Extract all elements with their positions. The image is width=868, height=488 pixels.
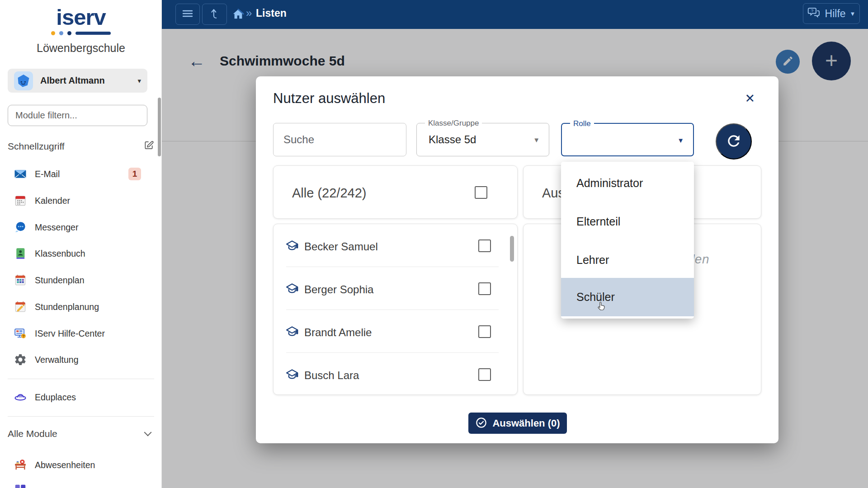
- gear-icon: [14, 353, 27, 366]
- all-users-count: Alle (22/242): [292, 186, 366, 201]
- timetable-icon: [14, 273, 27, 287]
- sidebar-scrollbar[interactable]: [158, 98, 161, 156]
- logo-decoration: [0, 31, 162, 35]
- quick-access-label: Schnellzugriff: [8, 141, 65, 152]
- student-checkbox[interactable]: [478, 282, 491, 295]
- hamburger-icon: [181, 9, 194, 20]
- role-option-schueler[interactable]: Schüler: [561, 278, 694, 316]
- arrow-up-icon: [209, 7, 221, 22]
- sidebar-item-klassenbuch[interactable]: Klassenbuch: [0, 243, 162, 264]
- sidebar-item-stundenplan[interactable]: Stundenplan: [0, 269, 162, 291]
- role-label: Rolle: [570, 119, 594, 128]
- graduation-cap-icon: [285, 239, 299, 254]
- breadcrumb[interactable]: Listen: [256, 7, 287, 19]
- all-users-list: Becker Samuel Berger Sophia Brandt Ameli…: [273, 224, 518, 395]
- school-name: Löwenbergschule: [0, 42, 162, 55]
- svg-text:?: ?: [811, 8, 813, 13]
- iserv-logo[interactable]: iserv Löwenbergschule: [0, 6, 162, 55]
- svg-text:?: ?: [22, 334, 24, 338]
- eduplaces-icon: [14, 390, 27, 404]
- select-users-dialog: Nutzer auswählen ✕ Klasse/Gruppe Klasse …: [256, 76, 778, 443]
- module-grid-icon: [14, 483, 27, 488]
- search-input[interactable]: [273, 123, 406, 156]
- list-item[interactable]: Busch Lara: [274, 353, 517, 395]
- refresh-button[interactable]: [716, 123, 752, 160]
- dialog-title: Nutzer auswählen: [273, 90, 385, 107]
- user-menu[interactable]: Albert Altmann ▾: [8, 69, 147, 93]
- avatar: [14, 71, 33, 90]
- up-level-button[interactable]: [202, 4, 227, 25]
- student-name: Becker Samuel: [304, 240, 378, 253]
- menu-toggle-button[interactable]: [175, 4, 200, 25]
- breadcrumb-separator: »: [246, 7, 252, 19]
- mouse-cursor: [595, 300, 607, 315]
- chevron-down-icon: ▾: [137, 77, 141, 85]
- role-select[interactable]: Rolle ▼: [561, 123, 694, 156]
- confirm-selection-button[interactable]: Auswählen (0): [468, 413, 567, 434]
- sidebar-item-eduplaces[interactable]: Eduplaces: [0, 386, 162, 408]
- screen: ← Schwimmwoche 5d + iserv Löwenbergschul…: [0, 0, 868, 488]
- refresh-icon: [725, 132, 742, 151]
- student-checkbox[interactable]: [478, 239, 491, 252]
- sidebar-item-abwesenheiten[interactable]: Abwesenheiten: [0, 454, 162, 476]
- divider: [8, 416, 154, 417]
- student-name: Brandt Amelie: [304, 326, 372, 339]
- chevron-down-icon: [144, 429, 152, 436]
- list-item[interactable]: Becker Samuel: [274, 224, 517, 267]
- module-filter-input[interactable]: [8, 105, 147, 126]
- user-name: Albert Altmann: [40, 75, 130, 86]
- calendar-icon: [14, 194, 27, 207]
- help-menu-button[interactable]: ? Hilfe ▼: [803, 3, 860, 24]
- graduation-cap-icon: [285, 325, 299, 340]
- student-checkbox[interactable]: [478, 325, 491, 338]
- dropdown-caret-icon: ▼: [677, 136, 684, 144]
- home-icon[interactable]: [231, 7, 245, 23]
- messenger-icon: [14, 221, 27, 234]
- all-modules-toggle[interactable]: Alle Module: [8, 425, 154, 443]
- class-group-select[interactable]: Klasse/Gruppe Klasse 5d ▼: [416, 123, 549, 156]
- dropdown-caret-icon: ▼: [533, 136, 540, 144]
- graduation-cap-icon: [285, 282, 299, 297]
- absences-icon: [14, 458, 27, 472]
- class-group-label: Klasse/Gruppe: [425, 119, 482, 128]
- list-scrollbar[interactable]: [510, 236, 514, 262]
- sidebar-item-messenger[interactable]: Messenger: [0, 216, 162, 238]
- student-name: Berger Sophia: [304, 283, 373, 296]
- sidebar-item-verwaltung[interactable]: Verwaltung: [0, 349, 162, 371]
- help-label: Hilfe: [825, 8, 846, 20]
- email-icon: [14, 167, 27, 181]
- check-circle-icon: [475, 417, 487, 430]
- divider: [8, 379, 154, 379]
- help-chat-icon: ?: [807, 6, 821, 21]
- sidebar-item-kalender[interactable]: Kalender: [0, 190, 162, 211]
- list-item[interactable]: Berger Sophia: [274, 267, 517, 310]
- sidebar-item-email[interactable]: E-Mail 1: [0, 163, 162, 185]
- class-group-value: Klasse 5d: [429, 133, 476, 146]
- role-dropdown-menu: Administrator Elternteil Lehrer Schüler: [561, 162, 694, 319]
- sidebar-item-hilfe-center[interactable]: ? IServ Hilfe-Center: [0, 323, 162, 344]
- topbar: » Listen ? Hilfe ▼: [162, 0, 868, 29]
- role-option-elternteil[interactable]: Elternteil: [561, 202, 694, 241]
- help-center-icon: ?: [14, 327, 27, 340]
- edit-quick-access-icon[interactable]: [144, 140, 154, 152]
- student-checkbox[interactable]: [478, 368, 491, 381]
- graduation-cap-icon: [285, 368, 299, 383]
- email-unread-badge: 1: [128, 168, 141, 180]
- sidebar-item-stundenplanung[interactable]: Stundenplanung: [0, 296, 162, 318]
- sidebar: iserv Löwenbergschule Albert Altmann ▾ S…: [0, 0, 162, 488]
- class-register-icon: [14, 247, 27, 260]
- select-all-checkbox[interactable]: [475, 186, 487, 199]
- list-item[interactable]: Brandt Amelie: [274, 310, 517, 352]
- student-name: Busch Lara: [304, 369, 359, 382]
- close-icon[interactable]: ✕: [745, 91, 755, 106]
- timetable-planning-icon: [14, 300, 27, 314]
- sidebar-item-partial[interactable]: [0, 479, 162, 488]
- all-users-header: Alle (22/242): [273, 165, 518, 219]
- role-option-administrator[interactable]: Administrator: [561, 164, 694, 202]
- role-option-lehrer[interactable]: Lehrer: [561, 241, 694, 279]
- chevron-down-icon: ▼: [850, 10, 856, 17]
